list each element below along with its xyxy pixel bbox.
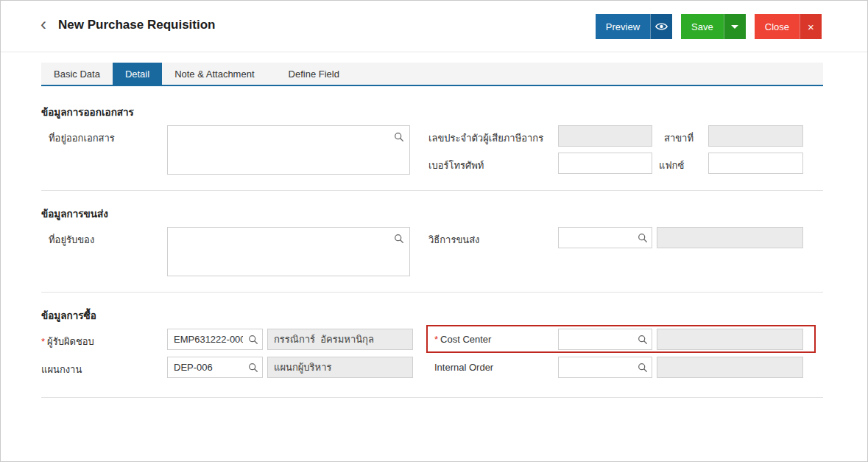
internal-order-code-input[interactable] (559, 357, 634, 377)
tab-basic-data[interactable]: Basic Data (41, 63, 113, 85)
phone-input[interactable] (558, 153, 652, 174)
department-name-display (267, 357, 413, 378)
save-button-group: Save (681, 14, 746, 39)
internal-order-label: Internal Order (434, 362, 493, 373)
tab-bar: Basic Data Detail Note & Attachment Defi… (41, 63, 823, 86)
receive-address-label: ที่อยู่รับของ (49, 232, 94, 248)
section-divider (41, 190, 823, 191)
required-asterisk: * (41, 336, 45, 347)
cost-center-code-input[interactable] (559, 329, 634, 349)
search-icon[interactable] (634, 335, 652, 345)
responsible-label: *ผู้รับผิดชอบ (41, 334, 94, 349)
search-icon[interactable] (394, 234, 404, 247)
purchase-section-title: ข้อมูลการซื้อ (41, 307, 96, 323)
save-dropdown-button[interactable] (724, 14, 746, 39)
cost-center-label: *Cost Center (434, 334, 491, 345)
issue-address-field[interactable] (167, 125, 410, 175)
responsible-name-display (267, 329, 413, 350)
phone-label: เบอร์โทรศัพท์ (428, 158, 484, 173)
search-icon[interactable] (244, 363, 262, 373)
required-asterisk: * (434, 334, 438, 345)
search-icon[interactable] (394, 132, 404, 145)
save-button[interactable]: Save (681, 14, 724, 39)
back-chevron-icon[interactable]: ‹ (40, 15, 46, 33)
close-button-group: Close × (755, 14, 822, 39)
tab-note-attachment[interactable]: Note & Attachment (162, 63, 267, 85)
fax-input[interactable] (708, 153, 803, 174)
section-divider (41, 397, 823, 398)
document-section-title: ข้อมูลการออกเอกสาร (41, 104, 134, 120)
responsible-code-input[interactable] (168, 329, 244, 349)
close-button[interactable]: Close (755, 14, 800, 39)
responsible-code-field[interactable] (167, 329, 263, 350)
internal-order-name-display (657, 357, 803, 378)
preview-button[interactable]: Preview (596, 14, 650, 39)
preview-eye-button[interactable] (650, 14, 672, 39)
close-x-button[interactable]: × (800, 14, 822, 39)
receive-address-textarea[interactable] (168, 228, 409, 276)
tab-detail[interactable]: Detail (113, 63, 162, 85)
issue-address-label: ที่อยู่ออกเอกสาร (49, 130, 115, 146)
receive-address-field[interactable] (167, 227, 410, 276)
preview-button-group: Preview (596, 14, 672, 39)
header: ‹ New Purchase Requisition Preview Save … (1, 1, 867, 52)
internal-order-code-field[interactable] (558, 357, 652, 378)
tab-define-field[interactable]: Define Field (276, 63, 352, 85)
section-divider (41, 292, 823, 293)
eye-icon (655, 21, 668, 33)
branch-display (708, 125, 803, 147)
search-icon[interactable] (244, 335, 262, 345)
department-label: แผนกงาน (41, 362, 82, 377)
search-icon[interactable] (634, 363, 652, 373)
shipping-method-input[interactable] (559, 228, 634, 248)
shipping-section-title: ข้อมูลการขนส่ง (41, 206, 108, 222)
tax-id-label: เลขประจำตัวผู้เสียภาษีอากร (428, 130, 543, 146)
cost-center-code-field[interactable] (558, 329, 652, 350)
search-icon[interactable] (634, 233, 652, 243)
shipping-method-label: วิธีการขนส่ง (428, 232, 479, 248)
page: ‹ New Purchase Requisition Preview Save … (0, 0, 868, 462)
branch-label: สาขาที่ (664, 130, 694, 146)
shipping-method-name-display (657, 227, 803, 248)
fax-label: แฟกซ์ (659, 158, 684, 173)
department-code-field[interactable] (167, 357, 263, 378)
issue-address-textarea[interactable] (168, 126, 409, 174)
header-actions: Preview Save Close × (596, 14, 822, 39)
shipping-method-field[interactable] (558, 227, 652, 248)
cost-center-name-display (657, 329, 803, 350)
page-title: New Purchase Requisition (58, 18, 216, 32)
department-code-input[interactable] (168, 357, 244, 377)
chevron-down-icon (731, 25, 738, 29)
tax-id-display (558, 125, 652, 147)
